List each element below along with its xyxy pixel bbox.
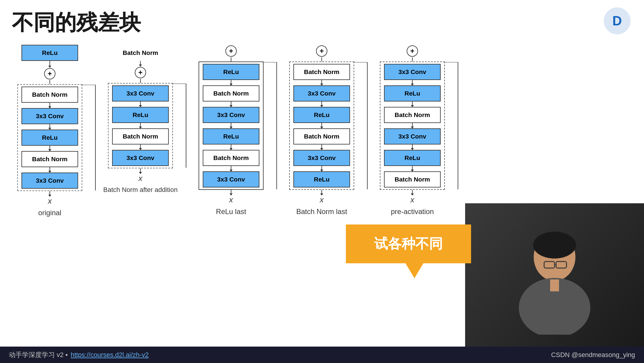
block-relu-9: ReLu [384, 150, 441, 166]
skip-line-3 [262, 62, 277, 189]
block-relu-8: ReLu [384, 85, 441, 101]
block-bn-9: Batch Norm [384, 171, 441, 187]
plus-circle-3: + [225, 45, 237, 57]
speaker-placeholder [465, 203, 644, 347]
speaker-silhouette [495, 215, 614, 335]
block-relu-5: ReLu [203, 128, 259, 144]
block-relu-2: ReLu [21, 130, 78, 146]
block-conv-1: 3x3 Conv [21, 108, 78, 124]
block-bn-4: Batch Norm [203, 85, 259, 101]
plus-circle-5: + [407, 45, 418, 57]
block-relu-7: ReLu [293, 171, 350, 187]
diagram-bn-after: Batch Norm + 3x3 Conv ReLu Batch Norm 3x… [98, 45, 183, 194]
diagram-relu-last: + ReLu Batch Norm 3x3 Conv ReLu Batch No… [189, 45, 273, 216]
bubble-svg: 试各种不同 [346, 224, 471, 278]
block-bn-5: Batch Norm [203, 150, 259, 166]
block-bn-8: Batch Norm [384, 107, 441, 123]
label-bn-after: Batch Norm after addition [103, 186, 177, 194]
bottom-bar: 动手学深度学习 v2 • https://courses.d2l.ai/zh-v… [0, 347, 644, 363]
x-label-3: x [229, 195, 233, 204]
speaker-video [465, 203, 644, 347]
block-bn-3: Batch Norm [112, 128, 169, 144]
bottom-link[interactable]: https://courses.d2l.ai/zh-v2 [71, 351, 149, 359]
block-conv-5: 3x3 Conv [203, 107, 259, 123]
block-relu-6: ReLu [293, 107, 350, 123]
block-conv-10: 3x3 Conv [384, 128, 441, 144]
dashed-box-1: Batch Norm 3x3 Conv ReLu Batch Norm 3x3 … [17, 84, 82, 191]
block-conv-8: 3x3 Conv [293, 150, 350, 166]
block-conv-6: 3x3 Conv [203, 171, 259, 187]
block-relu-4: ReLu [203, 64, 259, 80]
block-bn-7: Batch Norm [293, 128, 350, 144]
dashed-box-2: 3x3 Conv ReLu Batch Norm 3x3 Conv [108, 83, 173, 168]
block-conv-3: 3x3 Conv [112, 85, 169, 101]
dashed-box-4: Batch Norm 3x3 Conv ReLu Batch Norm 3x3 … [289, 61, 354, 190]
block-bn-6: Batch Norm [293, 64, 350, 80]
svg-rect-18 [550, 279, 559, 291]
speech-bubble: 试各种不同 [346, 224, 471, 279]
x-label-2: x [139, 174, 143, 183]
bottom-attribution: CSDN @sendmeasong_ying [551, 351, 635, 359]
skip-line-4 [353, 62, 368, 189]
x-label-5: x [411, 195, 414, 204]
diagram-bn-last: + Batch Norm 3x3 Conv ReLu Batch Norm 3x… [279, 45, 364, 216]
plus-circle-2: + [135, 67, 146, 78]
skip-line-5 [444, 62, 459, 189]
block-bn-2: Batch Norm [21, 151, 78, 167]
dashed-box-3: ReLu Batch Norm 3x3 Conv ReLu Batch Norm… [199, 61, 264, 190]
dashed-box-5: 3x3 Conv ReLu Batch Norm 3x3 Conv ReLu B… [380, 61, 445, 190]
block-relu-top: ReLu [21, 45, 78, 61]
svg-text:试各种不同: 试各种不同 [374, 236, 443, 251]
block-conv-2: 3x3 Conv [21, 173, 78, 189]
label-pre-act: pre-activation [391, 207, 434, 216]
label-relu-last: ReLu last [216, 207, 246, 216]
skip-line-1 [81, 85, 96, 190]
logo-area: D [599, 6, 635, 36]
block-bn-top-2: Batch Norm [112, 45, 169, 61]
svg-marker-19 [346, 224, 471, 278]
plus-circle-4: + [316, 45, 327, 57]
plus-circle: + [44, 68, 55, 79]
svg-point-13 [533, 232, 576, 259]
label-bn-last: Batch Norm last [296, 207, 347, 216]
diagram-pre-activation: + 3x3 Conv ReLu Batch Norm 3x3 Conv ReLu… [370, 45, 455, 216]
block-conv-7: 3x3 Conv [293, 85, 350, 101]
block-conv-9: 3x3 Conv [384, 64, 441, 80]
label-original: original [38, 209, 61, 217]
svg-text:D: D [612, 13, 622, 28]
x-label-1: x [48, 196, 52, 206]
page-title: 不同的残差块 [12, 8, 141, 37]
skip-line-2 [172, 84, 187, 168]
bottom-course-text: 动手学深度学习 v2 • [9, 350, 68, 359]
diagram-original: ReLu + Batch Norm 3x3 Conv ReLu Batch No… [7, 45, 92, 217]
block-conv-4: 3x3 Conv [112, 150, 169, 166]
block-relu-3: ReLu [112, 107, 169, 123]
x-label-4: x [320, 195, 324, 204]
block-bn-1: Batch Norm [21, 87, 78, 103]
